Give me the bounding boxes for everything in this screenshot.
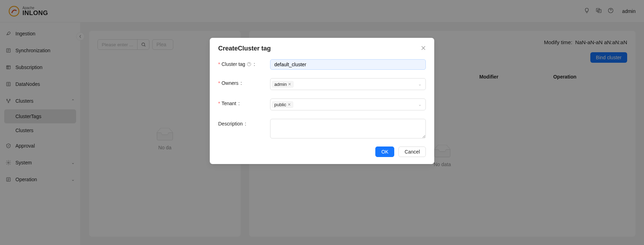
- ok-button[interactable]: OK: [375, 147, 394, 157]
- owners-label: *Owners:: [218, 78, 270, 86]
- close-icon[interactable]: [421, 46, 426, 52]
- remove-tag-icon[interactable]: ✕: [288, 102, 291, 107]
- modal-title: CreateCluster tag: [218, 45, 271, 52]
- owners-select[interactable]: admin ✕ ⌄: [270, 78, 426, 90]
- cancel-button[interactable]: Cancel: [398, 147, 426, 157]
- remove-tag-icon[interactable]: ✕: [288, 82, 291, 87]
- cluster-tag-label: * Cluster tag :: [218, 59, 270, 67]
- tenant-select[interactable]: public ✕ ⌄: [270, 98, 426, 110]
- tenant-label: *Tenant:: [218, 98, 270, 106]
- description-textarea[interactable]: [270, 119, 426, 138]
- cluster-tag-input[interactable]: [270, 59, 426, 70]
- chevron-down-icon: ⌄: [418, 82, 422, 87]
- description-label: Description:: [218, 119, 270, 127]
- chevron-down-icon: ⌄: [418, 102, 422, 107]
- create-cluster-tag-modal: CreateCluster tag * Cluster tag : *Owner…: [210, 38, 434, 164]
- owner-tag: admin ✕: [272, 81, 294, 88]
- tenant-tag: public ✕: [272, 101, 293, 108]
- question-circle-icon[interactable]: [247, 62, 251, 67]
